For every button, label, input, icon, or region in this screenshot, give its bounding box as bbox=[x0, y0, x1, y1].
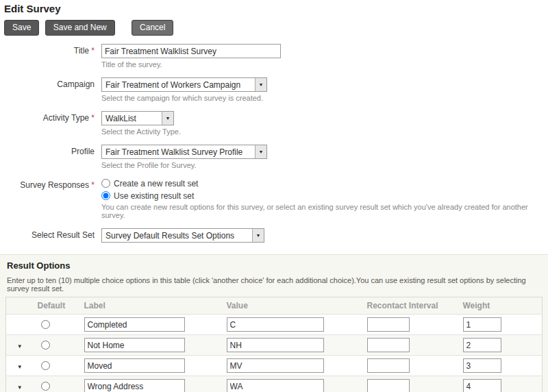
option-recontact-input[interactable] bbox=[367, 317, 410, 332]
campaign-label: Campaign bbox=[5, 77, 101, 102]
profile-selected-value: Fair Treatment Walklist Survey Profile bbox=[102, 145, 255, 158]
option-recontact-input[interactable] bbox=[367, 358, 410, 373]
survey-form: Title * Title of the survey. Campaign Fa… bbox=[0, 42, 548, 252]
option-value-input[interactable] bbox=[227, 379, 324, 392]
title-help: Title of the survey. bbox=[101, 60, 543, 69]
chevron-down-icon[interactable] bbox=[162, 112, 173, 125]
result-set-section: Select Result Set Survey Default Results… bbox=[5, 228, 543, 243]
profile-select[interactable]: Fair Treatment Walklist Survey Profile bbox=[101, 145, 267, 159]
option-recontact-input[interactable] bbox=[367, 379, 410, 392]
row-menu-arrow-icon[interactable] bbox=[17, 341, 23, 350]
option-value-input[interactable] bbox=[227, 358, 324, 373]
option-label-input[interactable] bbox=[84, 358, 185, 373]
default-radio[interactable] bbox=[41, 320, 50, 329]
edit-survey-page: Edit Survey Save Save and New Cancel Tit… bbox=[0, 0, 548, 392]
survey-responses-label-text: Survey Responses bbox=[20, 180, 89, 190]
option-weight-input[interactable] bbox=[463, 338, 501, 352]
activity-type-label: Activity Type * bbox=[5, 111, 101, 136]
result-options-section: Result Options Enter up to ten (10) mult… bbox=[0, 254, 548, 392]
table-row bbox=[6, 376, 543, 392]
table-row bbox=[6, 315, 543, 335]
page-title: Edit Survey bbox=[0, 0, 548, 18]
title-label: Title * bbox=[5, 44, 101, 69]
new-result-set-option: Create a new result set bbox=[101, 178, 543, 188]
result-options-title: Result Options bbox=[7, 260, 543, 271]
profile-label-text: Profile bbox=[71, 147, 95, 156]
option-recontact-input[interactable] bbox=[367, 338, 410, 352]
result-options-description: Enter up to ten (10) multiple choice opt… bbox=[7, 276, 543, 293]
campaign-section: Campaign Fair Treatment of Workers Campa… bbox=[5, 77, 543, 102]
default-radio[interactable] bbox=[41, 382, 50, 391]
column-recontact-interval: Recontact Interval bbox=[363, 297, 459, 315]
profile-label: Profile bbox=[5, 145, 101, 169]
survey-responses-section: Survey Responses * Create a new result s… bbox=[5, 178, 543, 219]
existing-result-set-label: Use existing result set bbox=[114, 191, 194, 201]
activity-type-select[interactable]: WalkList bbox=[101, 111, 174, 125]
survey-responses-label: Survey Responses * bbox=[5, 178, 101, 219]
campaign-selected-value: Fair Treatment of Workers Campaign bbox=[102, 78, 255, 91]
profile-section: Profile Fair Treatment Walklist Survey P… bbox=[5, 145, 543, 169]
result-set-label: Select Result Set bbox=[5, 228, 101, 243]
column-default: Default bbox=[34, 297, 80, 315]
option-weight-input[interactable] bbox=[463, 317, 501, 332]
save-button[interactable]: Save bbox=[4, 20, 39, 36]
required-marker: * bbox=[91, 46, 95, 56]
column-weight: Weight bbox=[459, 297, 543, 315]
activity-type-label-text: Activity Type bbox=[43, 113, 89, 123]
result-options-table: Default Label Value Recontact Interval W… bbox=[5, 297, 543, 392]
chevron-down-icon[interactable] bbox=[252, 229, 264, 242]
new-result-set-label: Create a new result set bbox=[114, 178, 198, 188]
option-label-input[interactable] bbox=[84, 338, 185, 352]
result-set-label-text: Select Result Set bbox=[32, 230, 95, 240]
existing-result-set-option: Use existing result set bbox=[101, 191, 543, 201]
option-weight-input[interactable] bbox=[463, 379, 501, 392]
existing-result-set-radio[interactable] bbox=[101, 191, 110, 200]
required-marker: * bbox=[91, 180, 95, 190]
result-set-selected-value: Survey Default Results Set Options bbox=[102, 229, 252, 242]
toolbar: Save Save and New Cancel bbox=[0, 18, 548, 42]
table-header-row: Default Label Value Recontact Interval W… bbox=[6, 297, 543, 315]
profile-help: Select the Profile for Survey. bbox=[101, 161, 543, 169]
survey-responses-help: You can create new result options for th… bbox=[101, 203, 543, 219]
chevron-down-icon[interactable] bbox=[255, 78, 266, 91]
title-input[interactable] bbox=[101, 44, 281, 58]
new-result-set-radio[interactable] bbox=[101, 179, 110, 188]
column-value: Value bbox=[223, 297, 363, 315]
campaign-help: Select the campaign for which survey is … bbox=[101, 94, 543, 102]
row-menu-arrow-icon[interactable] bbox=[17, 382, 23, 391]
default-radio[interactable] bbox=[41, 361, 50, 370]
row-menu-arrow-icon[interactable] bbox=[17, 361, 23, 371]
title-label-text: Title bbox=[74, 46, 89, 56]
campaign-select[interactable]: Fair Treatment of Workers Campaign bbox=[101, 77, 267, 92]
required-marker: * bbox=[91, 113, 95, 123]
option-label-input[interactable] bbox=[84, 379, 185, 392]
chevron-down-icon[interactable] bbox=[255, 145, 266, 158]
result-set-select[interactable]: Survey Default Results Set Options bbox=[101, 228, 264, 243]
campaign-label-text: Campaign bbox=[57, 79, 95, 89]
title-section: Title * Title of the survey. bbox=[5, 44, 543, 69]
column-label: Label bbox=[80, 297, 223, 315]
table-row bbox=[6, 335, 543, 356]
table-row bbox=[6, 356, 543, 376]
activity-type-help: Select the Activity Type. bbox=[101, 127, 543, 136]
activity-type-section: Activity Type * WalkList Select the Acti… bbox=[5, 111, 543, 136]
save-and-new-button[interactable]: Save and New bbox=[45, 20, 115, 36]
activity-type-selected-value: WalkList bbox=[102, 112, 162, 125]
cancel-button[interactable]: Cancel bbox=[132, 20, 173, 36]
option-label-input[interactable] bbox=[84, 317, 185, 332]
option-weight-input[interactable] bbox=[463, 358, 501, 373]
option-value-input[interactable] bbox=[227, 317, 324, 332]
option-value-input[interactable] bbox=[227, 338, 324, 352]
default-radio[interactable] bbox=[41, 341, 50, 350]
